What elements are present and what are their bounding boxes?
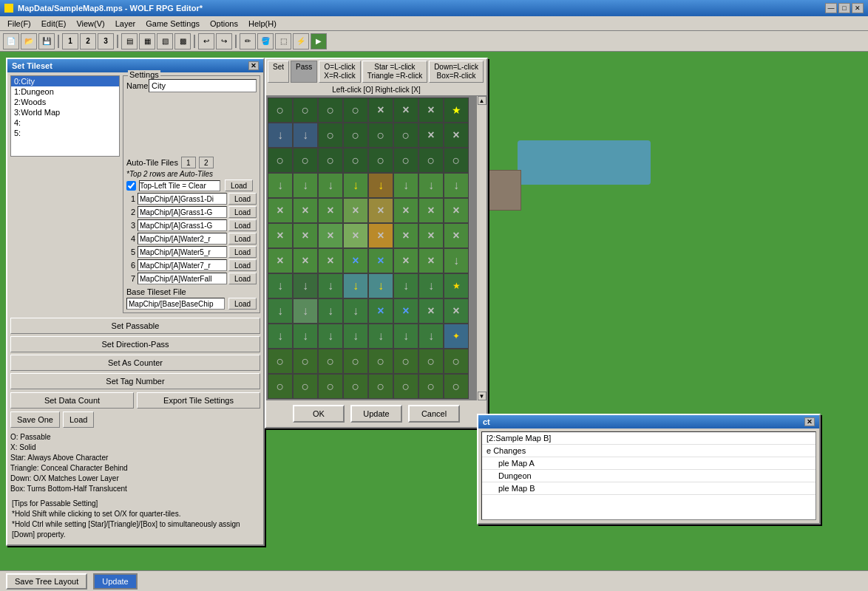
tile-load-2[interactable]: Load [228,206,257,218]
tile-4-2[interactable]: × [318,198,343,223]
set-direction-button[interactable]: Set Direction-Pass [10,336,260,352]
base-filename-input[interactable] [126,298,225,310]
topleft-checkbox[interactable] [126,181,136,191]
tile-1-6[interactable]: × [418,123,444,148]
select-item-0[interactable]: [2:Sample Map B] [482,432,816,445]
tile-6-5[interactable]: × [393,248,418,273]
menu-options[interactable]: Options [206,18,243,29]
tile-4-1[interactable]: × [293,198,318,223]
toolbar-3[interactable]: 3 [98,33,114,49]
tile-7-4[interactable]: ↓ [368,273,393,298]
tile-11-0[interactable]: ○ [268,374,293,399]
listbox-item-5[interactable]: 5: [11,128,119,138]
tile-8-6[interactable]: × [418,298,444,324]
tile-7-5[interactable]: ↓ [393,273,418,298]
toolbar-layer1[interactable]: ▤ [121,33,138,49]
tile-filename-6[interactable] [138,259,227,271]
tile-4-4[interactable]: × [368,198,393,223]
select-item-4[interactable]: ple Map B [482,482,816,495]
pass-btn[interactable]: Pass [291,61,317,83]
tile-8-0[interactable]: ↓ [268,298,293,324]
set-counter-button[interactable]: Set As Counter [10,355,260,371]
tile-10-0[interactable]: ○ [268,349,293,374]
tile-5-5[interactable]: × [393,223,418,248]
tile-1-7[interactable]: × [444,123,469,148]
select-item-1[interactable]: e Changes [482,445,816,457]
toolbar-select[interactable]: ⬚ [275,33,291,49]
set-btn[interactable]: Set [268,61,289,83]
tile-load-6[interactable]: Load [228,259,257,271]
tile-11-6[interactable]: ○ [418,374,444,399]
listbox-item-4[interactable]: 4: [11,117,119,128]
tile-2-1[interactable]: ○ [293,148,318,173]
name-input[interactable] [149,79,257,92]
tile-11-2[interactable]: ○ [318,374,343,399]
tile-4-3[interactable]: × [343,198,368,223]
tile-6-4[interactable]: × [368,248,393,273]
listbox-item-2[interactable]: 2:Woods [11,97,119,107]
tile-6-7[interactable]: ↓ [444,248,469,273]
tile-load-5[interactable]: Load [228,246,257,258]
tile-1-4[interactable]: ○ [368,123,393,148]
tile-filename-4[interactable] [138,233,227,245]
tile-2-7[interactable]: ○ [444,148,469,173]
tile-11-7[interactable]: ○ [444,374,469,399]
tile-filename-2[interactable] [138,206,227,218]
tile-5-1[interactable]: × [293,223,318,248]
update-button[interactable]: Update [350,405,402,423]
cancel-button[interactable]: Cancel [408,405,460,423]
tile-9-1[interactable]: ↓ [293,324,318,349]
tile-7-2[interactable]: ↓ [318,273,343,298]
tile-9-7[interactable]: ✦ [444,324,469,349]
listbox-item-1[interactable]: 1:Dungeon [11,86,119,97]
listbox-item-0[interactable]: 0:City [11,76,119,86]
tile-load-4[interactable]: Load [228,233,257,245]
tile-9-5[interactable]: ↓ [393,324,418,349]
tile-6-1[interactable]: × [293,248,318,273]
tile-6-0[interactable]: × [268,248,293,273]
tile-filename-5[interactable] [138,246,227,258]
toolbar-fill[interactable]: 🪣 [257,33,274,49]
base-load-btn[interactable]: Load [228,298,257,310]
tile-3-0[interactable]: ↓ [268,173,293,198]
tile-10-3[interactable]: ○ [343,349,368,374]
tile-6-2[interactable]: × [318,248,343,273]
tile-5-4[interactable]: × [368,223,393,248]
toolbar-1[interactable]: 1 [62,33,78,49]
tile-0-6[interactable]: × [418,98,444,123]
tile-2-3[interactable]: ○ [343,148,368,173]
tile-8-2[interactable]: ↓ [318,298,343,324]
topleft-input[interactable] [139,180,220,191]
tile-11-1[interactable]: ○ [293,374,318,399]
tile-7-7[interactable]: ★ [444,273,469,298]
set-passable-button[interactable]: Set Passable [10,318,260,334]
tile-10-5[interactable]: ○ [393,349,418,374]
tile-2-6[interactable]: ○ [418,148,444,173]
tile-load-3[interactable]: Load [228,219,257,231]
tile-4-5[interactable]: × [393,198,418,223]
topleft-load-btn[interactable]: Load [225,180,253,191]
toolbar-redo[interactable]: ↪ [216,33,232,49]
tile-9-6[interactable]: ↓ [418,324,444,349]
select-close-btn[interactable]: ✕ [804,417,815,426]
down-btn[interactable]: Down=L-clickBox=R-click [429,61,484,83]
tile-0-7[interactable]: ★ [444,98,469,123]
tile-3-1[interactable]: ↓ [293,173,318,198]
tile-0-3[interactable]: ○ [343,98,368,123]
tile-9-2[interactable]: ↓ [318,324,343,349]
tile-0-1[interactable]: ○ [293,98,318,123]
tile-10-4[interactable]: ○ [368,349,393,374]
toolbar-pencil[interactable]: ✏ [240,33,256,49]
tile-8-4[interactable]: × [368,298,393,324]
tile-3-4[interactable]: ↓ [368,173,393,198]
tile-3-5[interactable]: ↓ [393,173,418,198]
tile-1-5[interactable]: ○ [393,123,418,148]
menu-view[interactable]: View(V) [72,18,109,29]
tile-8-1[interactable]: ↓ [293,298,318,324]
tile-8-7[interactable]: × [444,298,469,324]
menu-layer[interactable]: Layer [111,18,140,29]
tile-0-2[interactable]: ○ [318,98,343,123]
tile-3-3[interactable]: ↓ [343,173,368,198]
tile-1-0[interactable]: ↓ [268,123,293,148]
tile-6-6[interactable]: × [418,248,444,273]
